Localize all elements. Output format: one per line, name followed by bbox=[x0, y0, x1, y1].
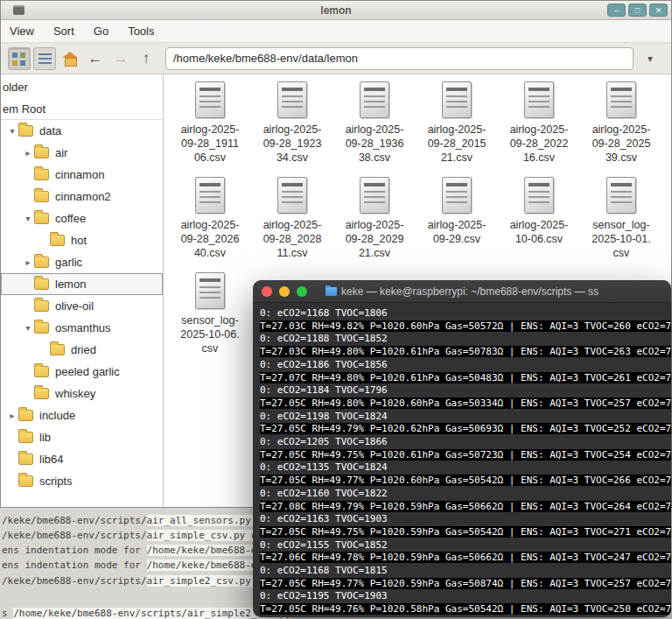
terminal-line: 0: eCO2=1155 TVOC=1852 bbox=[260, 539, 671, 552]
maximize-button[interactable]: □ bbox=[628, 4, 647, 17]
back-button[interactable]: ← bbox=[84, 47, 107, 70]
sidebar-item-air[interactable]: ▸ air bbox=[1, 142, 163, 164]
folder-icon bbox=[34, 322, 49, 334]
chevron-right-icon[interactable]: ▸ bbox=[22, 148, 34, 158]
file-item[interactable]: airlog-2025- 09-29.csv bbox=[416, 177, 498, 260]
list-view-button[interactable] bbox=[33, 47, 56, 70]
desktop: /keke/bme688-env/scripts/air_all_sensors… bbox=[0, 0, 672, 619]
sidebar-item-lemon[interactable]: lemon bbox=[1, 273, 163, 295]
folder-icon bbox=[18, 410, 33, 421]
folder-icon bbox=[18, 475, 33, 487]
up-icon: ↑ bbox=[143, 51, 150, 66]
forward-icon: → bbox=[114, 51, 129, 66]
csv-file-icon bbox=[195, 81, 225, 118]
csv-file-icon bbox=[524, 81, 554, 118]
terminal-line: 0: eCO2=1186 TVOC=1856 bbox=[260, 359, 671, 372]
minimize-button[interactable]: − bbox=[607, 4, 626, 17]
file-item[interactable]: airlog-2025- 10-06.csv bbox=[498, 177, 580, 260]
sidebar-item-whiskey[interactable]: whiskey bbox=[1, 383, 163, 404]
csv-file-icon bbox=[195, 272, 225, 309]
chevron-down-icon[interactable]: ▾ bbox=[22, 214, 34, 223]
folder-icon bbox=[18, 454, 33, 465]
terminal-titlebar[interactable]: keke — keke@raspberrypi: ~/bme688-env/sc… bbox=[253, 280, 671, 303]
sidebar-item-filesystem-root[interactable]: em Root bbox=[1, 98, 163, 120]
sidebar-item-osmanthus[interactable]: ▾ osmanthus bbox=[1, 317, 163, 339]
chevron-down-icon[interactable]: ▾ bbox=[6, 126, 18, 136]
sidebar-item-lib[interactable]: lib bbox=[1, 426, 163, 448]
log-line: ens indentation mode for /home/keke/bme6… bbox=[2, 559, 269, 571]
file-name: airlog-2025- 10-06.csv bbox=[510, 218, 569, 246]
path-dropdown-button[interactable]: ▾ bbox=[639, 47, 662, 70]
home-icon bbox=[62, 52, 78, 66]
menu-sort[interactable]: Sort bbox=[53, 25, 74, 38]
csv-file-icon bbox=[360, 177, 389, 214]
file-name: airlog-2025- 09-28_2029 21.csv bbox=[346, 218, 404, 260]
sidebar-item-dried[interactable]: dried bbox=[1, 339, 163, 361]
file-item[interactable]: airlog-2025- 09-28_1911 06.csv bbox=[169, 81, 251, 165]
file-item[interactable]: airlog-2025- 09-28_2025 39.csv bbox=[580, 81, 662, 165]
sidebar-tree: older em Root ▾ data ▸ air cinnamon bbox=[1, 74, 164, 507]
sidebar-item-folder[interactable]: older bbox=[1, 76, 163, 98]
folder-icon bbox=[50, 344, 65, 355]
csv-file-icon bbox=[606, 81, 636, 118]
file-item[interactable]: sensor_log- 2025-10-06. csv bbox=[169, 272, 251, 355]
file-name: airlog-2025- 09-28_1923 34.csv bbox=[263, 123, 322, 165]
term-zoom-button[interactable] bbox=[297, 286, 307, 297]
icon-view-button[interactable] bbox=[8, 47, 31, 70]
terminal-line: 0: eCO2=1168 TVOC=1815 bbox=[260, 565, 671, 578]
close-button[interactable]: ✕ bbox=[649, 4, 668, 17]
file-name: airlog-2025- 09-28_1936 38.csv bbox=[346, 123, 404, 165]
log-line: /keke/bme688-env/scripts/air_simple_csv.… bbox=[2, 530, 274, 541]
terminal-line: 0: eCO2=1168 TVOC=1806 bbox=[260, 307, 671, 320]
log-line: ens indentation mode for /home/keke/bme6… bbox=[2, 545, 274, 556]
sidebar-item-cinnamon[interactable]: cinnamon bbox=[1, 164, 163, 186]
chevron-right-icon[interactable]: ▸ bbox=[22, 257, 34, 267]
file-item[interactable]: airlog-2025- 09-28_2026 40.csv bbox=[169, 177, 251, 260]
csv-file-icon bbox=[606, 177, 636, 214]
file-item[interactable]: airlog-2025- 09-28_1923 34.csv bbox=[251, 81, 333, 165]
terminal-line: T=27.05C RH=49.75% P=1020.61hPa Gas=5072… bbox=[260, 449, 671, 462]
file-item[interactable]: airlog-2025- 09-28_1936 38.csv bbox=[333, 81, 416, 165]
sidebar-item-coffee[interactable]: ▾ coffee bbox=[1, 208, 163, 229]
path-input[interactable] bbox=[165, 47, 634, 70]
menu-view[interactable]: View bbox=[10, 25, 34, 38]
window-icon bbox=[13, 5, 24, 15]
csv-file-icon bbox=[360, 81, 389, 118]
terminal-line: 0: eCO2=1195 TVOC=1903 bbox=[260, 590, 671, 603]
window-controls: − □ ✕ bbox=[605, 4, 668, 17]
folder-icon bbox=[34, 388, 49, 399]
sidebar-item-garlic[interactable]: ▸ garlic bbox=[1, 251, 163, 273]
chevron-down-icon[interactable]: ▾ bbox=[22, 323, 34, 333]
file-item[interactable]: airlog-2025- 09-28_2029 21.csv bbox=[333, 177, 416, 260]
log-line: s /home/keke/bme688-env/scripts/air_simp… bbox=[2, 608, 291, 619]
traffic-lights bbox=[262, 286, 314, 297]
term-close-button[interactable] bbox=[262, 286, 272, 297]
file-item[interactable]: sensor_log- 2025-10-01. csv bbox=[580, 177, 662, 260]
menu-tools[interactable]: Tools bbox=[128, 25, 154, 38]
sidebar-item-include[interactable]: ▸ include bbox=[1, 404, 163, 426]
file-item[interactable]: airlog-2025- 09-28_2022 16.csv bbox=[498, 81, 580, 165]
terminal-output[interactable]: 0: eCO2=1168 TVOC=1806 T=27.03C RH=49.82… bbox=[253, 303, 671, 617]
chevron-right-icon[interactable]: ▸ bbox=[6, 411, 18, 420]
file-item[interactable]: airlog-2025- 09-28_2015 21.csv bbox=[416, 81, 498, 165]
folder-icon bbox=[34, 191, 49, 202]
terminal-line: T=27.03C RH=49.82% P=1020.60hPa Gas=5057… bbox=[260, 320, 671, 334]
home-button[interactable] bbox=[59, 47, 81, 70]
forward-button[interactable]: → bbox=[109, 47, 132, 70]
sidebar-item-cinnamon2[interactable]: cinnamon2 bbox=[1, 186, 163, 208]
term-minimize-button[interactable] bbox=[279, 286, 290, 297]
file-name: airlog-2025- 09-28_2026 40.csv bbox=[181, 218, 240, 260]
sidebar-item-data[interactable]: ▾ data bbox=[1, 120, 163, 142]
sidebar-item-olive-oil[interactable]: olive-oil bbox=[1, 295, 163, 317]
folder-icon bbox=[34, 257, 49, 268]
terminal-line: 0: eCO2=1205 TVOC=1866 bbox=[260, 436, 671, 449]
sidebar-item-lib64[interactable]: lib64 bbox=[1, 448, 163, 470]
menu-go[interactable]: Go bbox=[94, 25, 108, 38]
titlebar[interactable]: lemon − □ ✕ bbox=[1, 1, 671, 20]
sidebar-item-hot[interactable]: hot bbox=[1, 229, 163, 251]
sidebar-item-scripts[interactable]: scripts bbox=[1, 470, 163, 492]
up-button[interactable]: ↑ bbox=[135, 47, 158, 70]
sidebar-item-peeled-garlic[interactable]: peeled garlic bbox=[1, 361, 163, 383]
file-item[interactable]: airlog-2025- 09-28_2028 11.csv bbox=[251, 177, 333, 260]
terminal-line: 0: eCO2=1184 TVOC=1796 bbox=[260, 384, 671, 397]
